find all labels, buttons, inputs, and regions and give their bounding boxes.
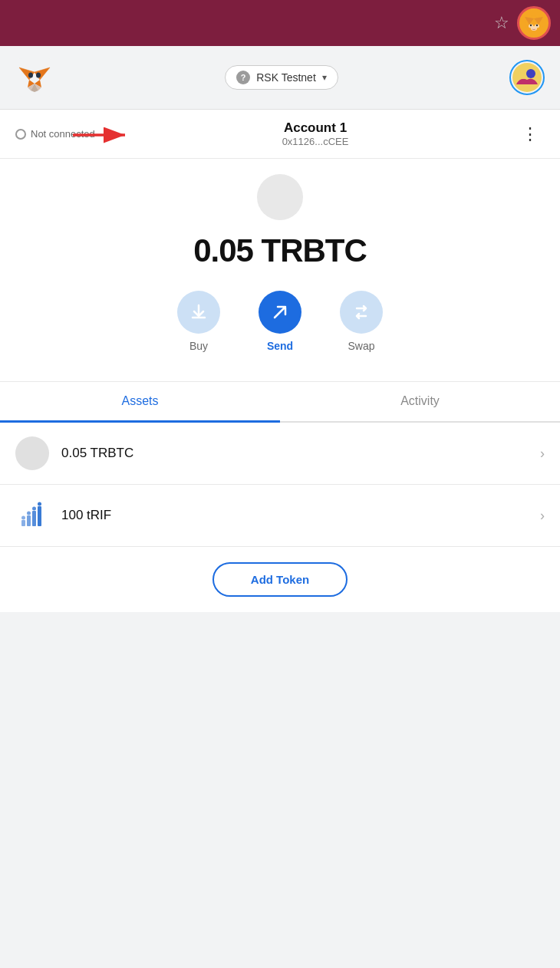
list-item[interactable]: 100 tRIF ›	[0, 485, 560, 547]
token-icon	[257, 174, 303, 220]
account-row: Not connected Account 1 0x1126...cCEE ⋮	[0, 110, 560, 159]
trif-balance: 100 tRIF	[61, 508, 540, 523]
swap-button[interactable]: Swap	[340, 291, 383, 352]
more-options-button[interactable]: ⋮	[516, 121, 545, 147]
not-connected-label: Not connected	[31, 128, 95, 140]
svg-point-17	[36, 73, 41, 78]
send-icon-circle	[259, 291, 301, 334]
network-help-icon: ?	[236, 71, 250, 84]
trif-chevron-icon: ›	[540, 508, 545, 524]
trif-icon	[15, 499, 49, 532]
balance-display: 0.05 TRBTC	[15, 232, 545, 269]
svg-point-28	[21, 516, 25, 520]
metamask-browser-avatar[interactable]	[517, 6, 551, 40]
account-avatar[interactable]	[509, 60, 545, 95]
buy-icon-circle	[177, 291, 220, 334]
svg-rect-24	[21, 520, 25, 526]
svg-point-20	[526, 69, 535, 78]
swap-icon-circle	[340, 291, 383, 334]
svg-point-18	[512, 63, 542, 92]
metamask-logo[interactable]	[15, 58, 54, 97]
chevron-down-icon: ▾	[322, 72, 327, 83]
network-selector[interactable]: ? RSK Testnet ▾	[225, 65, 338, 90]
trbtc-balance: 0.05 TRBTC	[61, 446, 540, 461]
svg-point-19	[519, 71, 527, 79]
browser-bar: ☆	[0, 0, 560, 46]
trbtc-icon	[15, 436, 49, 470]
send-button[interactable]: Send	[259, 291, 301, 352]
account-name: Account 1	[115, 120, 516, 136]
svg-point-16	[28, 73, 33, 78]
tabs-row: Assets Activity	[0, 382, 560, 423]
account-info: Account 1 0x1126...cCEE	[115, 120, 516, 147]
swap-label: Swap	[348, 340, 374, 352]
trbtc-chevron-icon: ›	[540, 446, 545, 462]
svg-point-6	[530, 25, 532, 26]
network-name: RSK Testnet	[256, 71, 316, 84]
metamask-header: ? RSK Testnet ▾	[0, 46, 560, 110]
svg-point-7	[536, 25, 538, 26]
svg-rect-25	[27, 515, 31, 526]
send-label: Send	[267, 340, 293, 352]
buy-label: Buy	[189, 340, 208, 352]
svg-rect-26	[32, 511, 36, 526]
svg-point-29	[27, 512, 31, 515]
svg-point-31	[38, 502, 41, 506]
wallet-main: 0.05 TRBTC Buy Send	[0, 159, 560, 382]
add-token-button[interactable]: Add Token	[212, 562, 348, 597]
tab-activity[interactable]: Activity	[280, 382, 560, 421]
svg-rect-27	[38, 506, 41, 526]
account-address: 0x1126...cCEE	[115, 136, 516, 147]
list-item[interactable]: 0.05 TRBTC ›	[0, 423, 560, 485]
action-buttons-row: Buy Send Swap	[15, 291, 545, 352]
connection-status[interactable]: Not connected	[15, 128, 115, 140]
buy-button[interactable]: Buy	[177, 291, 220, 352]
star-icon[interactable]: ☆	[494, 13, 509, 33]
svg-point-30	[32, 507, 36, 511]
tab-assets[interactable]: Assets	[0, 382, 280, 423]
bottom-area: Add Token	[0, 547, 560, 612]
asset-list: 0.05 TRBTC › 100 tRIF ›	[0, 423, 560, 547]
connection-dot	[15, 129, 26, 140]
